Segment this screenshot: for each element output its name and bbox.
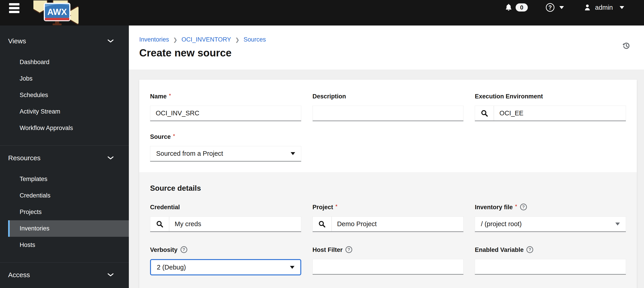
name-label: Name: [150, 93, 167, 100]
sidebar-group-views: Views Dashboard Jobs Schedules Activity …: [0, 26, 129, 136]
sidebar-group-access: Access: [0, 262, 129, 282]
name-input[interactable]: [150, 106, 301, 121]
source-label: Source: [150, 134, 171, 140]
credential-input[interactable]: [169, 217, 301, 231]
sidebar-group-toggle[interactable]: Resources: [0, 151, 129, 165]
chevron-down-icon: [560, 6, 564, 9]
execution-environment-input[interactable]: [494, 106, 626, 120]
page-header: Inventories ❯ OCI_INVENTORY ❯ Sources Cr…: [129, 26, 644, 70]
field-source: Source * Sourced from a Project: [150, 133, 301, 162]
project-search-button[interactable]: [313, 217, 332, 231]
awx-logo-graphic: AWX: [34, 0, 78, 25]
hamburger-menu-icon[interactable]: [9, 3, 20, 14]
source-select-value: Sourced from a Project: [156, 150, 223, 157]
breadcrumb-link-inventories[interactable]: Inventories: [139, 36, 169, 43]
caret-down-icon: [290, 266, 294, 269]
credential-label: Credential: [150, 204, 180, 211]
notification-badge: 0: [516, 4, 528, 12]
help-icon[interactable]: ?: [180, 246, 187, 253]
sidebar-item-templates[interactable]: Templates: [0, 171, 129, 187]
user-icon: [583, 4, 592, 12]
breadcrumb-separator-icon: ❯: [235, 37, 240, 43]
required-asterisk: *: [173, 133, 175, 139]
field-name: Name *: [150, 92, 301, 121]
help-menu-button[interactable]: ?: [546, 3, 564, 12]
history-button[interactable]: [622, 41, 630, 50]
notifications-button[interactable]: 0: [504, 3, 528, 12]
sidebar-item-hosts[interactable]: Hosts: [0, 237, 129, 253]
caret-down-icon: [291, 152, 295, 155]
section-title: Source details: [150, 184, 626, 192]
source-details-section: Source details Credential: [139, 172, 637, 288]
required-asterisk: *: [169, 92, 171, 99]
sidebar-group-resources: Resources Templates Credentials Projects…: [0, 145, 129, 253]
required-asterisk: *: [515, 203, 517, 210]
sidebar-group-toggle[interactable]: Access: [0, 268, 129, 282]
description-label: Description: [312, 93, 346, 100]
sidebar-group-toggle[interactable]: Views: [0, 34, 129, 48]
required-asterisk: *: [335, 203, 337, 210]
field-enabled-variable: Enabled Variable ?: [475, 246, 626, 275]
verbosity-select[interactable]: 2 (Debug): [150, 259, 301, 275]
project-lookup: [312, 216, 464, 232]
breadcrumb-separator-icon: ❯: [173, 37, 177, 43]
search-icon: [156, 220, 164, 228]
execution-environment-lookup: [475, 106, 626, 121]
field-credential: Credential: [150, 203, 301, 232]
inventory-file-select[interactable]: / (project root): [475, 216, 626, 232]
enabled-variable-input[interactable]: [475, 259, 626, 275]
inventory-file-label: Inventory file: [475, 204, 513, 211]
help-icon[interactable]: ?: [520, 204, 527, 210]
sidebar-item-activity-stream[interactable]: Activity Stream: [0, 103, 129, 120]
host-filter-input[interactable]: [312, 259, 464, 275]
help-icon[interactable]: ?: [346, 246, 352, 253]
breadcrumb-link-oci-inventory[interactable]: OCI_INVENTORY: [182, 36, 231, 43]
source-form-card: Name * Description: [139, 80, 637, 288]
content-area: Name * Description: [129, 70, 644, 288]
page-title: Create new source: [139, 47, 644, 59]
field-project: Project *: [312, 203, 464, 232]
search-icon: [481, 110, 488, 117]
masthead-toolbar: 0 ? admin: [504, 0, 624, 15]
bell-icon: [504, 3, 513, 12]
chevron-down-icon: [108, 273, 114, 277]
sidebar: Views Dashboard Jobs Schedules Activity …: [0, 26, 129, 288]
sidebar-item-schedules[interactable]: Schedules: [0, 87, 129, 103]
search-icon: [318, 220, 326, 228]
field-host-filter: Host Filter ?: [312, 246, 464, 275]
source-select[interactable]: Sourced from a Project: [150, 146, 301, 162]
chevron-down-icon: [108, 156, 114, 160]
project-label: Project: [312, 204, 333, 211]
chevron-down-icon: [108, 39, 114, 43]
sidebar-item-dashboard[interactable]: Dashboard: [0, 54, 129, 70]
awx-logo-text: AWX: [48, 7, 67, 17]
breadcrumb-link-sources[interactable]: Sources: [244, 36, 266, 43]
field-execution-environment: Execution Environment: [475, 92, 626, 121]
help-icon[interactable]: ?: [526, 246, 533, 253]
question-icon: ?: [546, 3, 554, 12]
enabled-variable-label: Enabled Variable: [475, 246, 524, 254]
credential-lookup: [150, 216, 301, 232]
credential-search-button[interactable]: [150, 217, 169, 231]
field-verbosity: Verbosity ? 2 (Debug): [150, 246, 301, 275]
project-input[interactable]: [332, 217, 464, 231]
caret-down-icon: [615, 222, 620, 226]
chevron-down-icon: [620, 6, 624, 9]
form-top-section: Name * Description: [139, 80, 637, 172]
inventory-file-select-value: / (project root): [481, 220, 522, 228]
sidebar-item-projects[interactable]: Projects: [0, 204, 129, 220]
description-input[interactable]: [312, 106, 464, 121]
awx-logo[interactable]: AWX: [34, 0, 78, 25]
field-inventory-file: Inventory file * ? / (project root): [475, 203, 626, 232]
sidebar-item-credentials[interactable]: Credentials: [0, 187, 129, 204]
username-label: admin: [595, 4, 613, 11]
history-icon: [622, 41, 630, 50]
sidebar-item-jobs[interactable]: Jobs: [0, 70, 129, 87]
sidebar-item-workflow-approvals[interactable]: Workflow Approvals: [0, 120, 129, 136]
user-menu-button[interactable]: admin: [583, 4, 624, 12]
host-filter-label: Host Filter: [312, 246, 343, 254]
breadcrumb: Inventories ❯ OCI_INVENTORY ❯ Sources: [139, 36, 644, 43]
sidebar-item-inventories[interactable]: Inventories: [8, 220, 129, 237]
execution-environment-search-button[interactable]: [475, 106, 494, 120]
verbosity-label: Verbosity: [150, 246, 178, 254]
